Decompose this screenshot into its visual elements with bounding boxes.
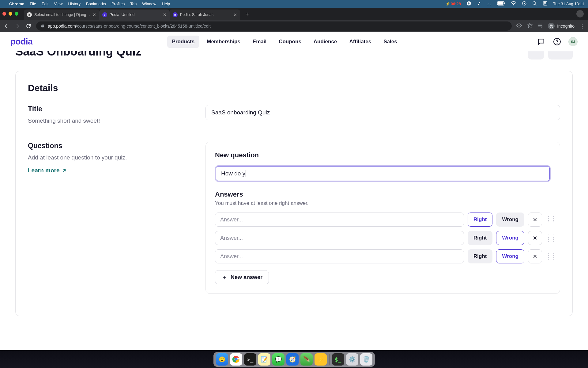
mac-menu-history[interactable]: History xyxy=(68,2,80,6)
address-bar[interactable]: app.podia.com/courses/saas-onboarding-co… xyxy=(36,21,512,31)
wrong-toggle[interactable]: Wrong xyxy=(496,213,524,227)
spotlight-icon[interactable] xyxy=(532,1,537,7)
nav-email[interactable]: Email xyxy=(248,36,271,48)
nav-affiliates[interactable]: Affiliates xyxy=(344,36,376,48)
dock-finder[interactable]: 🙂 xyxy=(216,353,228,366)
back-button[interactable] xyxy=(3,23,10,29)
mac-menu-help[interactable]: Help xyxy=(162,2,170,6)
messages-icon[interactable] xyxy=(537,37,546,46)
nav-sales[interactable]: Sales xyxy=(379,36,402,48)
window-close-button[interactable] xyxy=(2,12,6,16)
dock-robinhood[interactable]: 🪶 xyxy=(300,353,313,366)
browser-tab[interactable]: ◉ Select email to change | Djang… ✕ xyxy=(24,10,99,20)
svg-point-18 xyxy=(557,43,558,44)
right-toggle[interactable]: Right xyxy=(468,249,492,263)
chrome-menu-button[interactable]: ⋮ xyxy=(579,23,585,29)
bookmark-star-icon[interactable] xyxy=(527,23,533,29)
mac-dock: 🙂 >_ 📝 💬 🧭 🪶 ⚡ $_ ⚙️ 🗑️ xyxy=(213,352,375,367)
mac-menu-view[interactable]: View xyxy=(54,2,62,6)
tab-close-icon[interactable]: ✕ xyxy=(92,12,96,17)
mac-menu-tab[interactable]: Tab xyxy=(130,2,137,6)
incognito-indicator[interactable]: Incognito xyxy=(548,23,575,29)
delete-answer-button[interactable] xyxy=(528,249,542,263)
menu-extra-hammer-icon[interactable] xyxy=(477,1,481,6)
menu-extra-bolt-icon[interactable] xyxy=(466,1,471,7)
dock-settings[interactable]: ⚙️ xyxy=(346,353,358,366)
tab-close-icon[interactable]: ✕ xyxy=(163,12,167,17)
page-action-secondary[interactable] xyxy=(528,51,544,59)
new-answer-button[interactable]: ＋ New answer xyxy=(215,270,269,284)
nav-memberships[interactable]: Memberships xyxy=(202,36,245,48)
mac-active-app[interactable]: Chrome xyxy=(9,2,24,6)
reading-list-icon[interactable] xyxy=(537,23,543,29)
notification-center-icon[interactable] xyxy=(543,1,548,7)
right-toggle[interactable]: Right xyxy=(468,213,492,227)
globe-icon: ◉ xyxy=(27,12,32,17)
wifi-icon[interactable] xyxy=(511,1,516,6)
drag-handle-icon[interactable]: ⋮⋮⋮⋮ xyxy=(546,236,551,240)
window-zoom-button[interactable] xyxy=(15,12,18,16)
battery-charging-indicator[interactable]: ⚡06:28 xyxy=(445,2,461,6)
answer-row: Right Wrong ⋮⋮⋮⋮ xyxy=(215,249,551,263)
tab-search-button[interactable] xyxy=(576,10,584,17)
new-tab-button[interactable]: ＋ xyxy=(240,10,254,20)
window-controls xyxy=(2,12,18,20)
close-icon xyxy=(533,236,537,240)
question-input-focus-ring: How do y xyxy=(215,165,551,182)
dock-activity[interactable]: ⚡ xyxy=(315,353,327,366)
app-header: podia Products Memberships Email Coupons… xyxy=(0,32,588,51)
window-minimize-button[interactable] xyxy=(9,12,12,16)
reload-button[interactable] xyxy=(25,23,32,29)
control-center-icon[interactable] xyxy=(522,1,527,7)
mac-menu-file[interactable]: File xyxy=(30,2,36,6)
forward-button[interactable] xyxy=(14,23,21,29)
menu-extra-dots-icon[interactable]: .:. xyxy=(487,2,492,6)
mac-menu-window[interactable]: Window xyxy=(142,2,156,6)
text-caret xyxy=(246,170,246,177)
dock-notes[interactable]: 📝 xyxy=(258,353,270,366)
nav-audience[interactable]: Audience xyxy=(309,36,342,48)
questions-label: Questions xyxy=(28,142,187,150)
lock-icon[interactable] xyxy=(40,24,45,29)
nav-products[interactable]: Products xyxy=(167,36,200,48)
tab-close-icon[interactable]: ✕ xyxy=(233,12,237,17)
dock-iterm[interactable]: $_ xyxy=(332,353,344,366)
browser-toolbar: app.podia.com/courses/saas-onboarding-co… xyxy=(0,20,588,32)
answer-input[interactable] xyxy=(215,249,464,263)
help-icon[interactable] xyxy=(552,37,562,46)
page-title: SaaS Onboarding Quiz xyxy=(15,51,141,58)
wrong-toggle[interactable]: Wrong xyxy=(496,249,524,263)
user-avatar[interactable]: SJ xyxy=(568,37,578,46)
answer-input[interactable] xyxy=(215,231,464,245)
right-toggle[interactable]: Right xyxy=(468,231,492,245)
browser-tab-active[interactable]: p Podia: Untitled ✕ xyxy=(99,10,170,20)
delete-answer-button[interactable] xyxy=(528,213,542,227)
answer-input[interactable] xyxy=(215,213,464,227)
battery-icon[interactable] xyxy=(497,1,505,6)
drag-handle-icon[interactable]: ⋮⋮⋮⋮ xyxy=(546,217,551,222)
nav-coupons[interactable]: Coupons xyxy=(274,36,306,48)
mac-clock[interactable]: Tue 31 Aug 13:11 xyxy=(553,2,584,6)
dock-safari[interactable]: 🧭 xyxy=(286,353,299,366)
dock-messages[interactable]: 💬 xyxy=(272,353,285,366)
podia-logo[interactable]: podia xyxy=(10,37,32,47)
delete-answer-button[interactable] xyxy=(528,231,542,245)
question-input[interactable]: How do y xyxy=(216,166,550,181)
answers-hint: You must have at least one right answer. xyxy=(215,200,551,206)
dock-trash[interactable]: 🗑️ xyxy=(360,353,372,366)
mac-menu-edit[interactable]: Edit xyxy=(42,2,48,6)
browser-tab[interactable]: p Podia: Sarah Jonas ✕ xyxy=(170,10,240,20)
hide-extension-icon[interactable] xyxy=(516,23,522,29)
questions-hint: Add at least one question to your quiz. xyxy=(28,153,187,162)
drag-handle-icon[interactable]: ⋮⋮⋮⋮ xyxy=(546,254,551,259)
dock-terminal[interactable]: >_ xyxy=(244,353,256,366)
dock-chrome[interactable] xyxy=(230,353,242,366)
mac-menu-profiles[interactable]: Profiles xyxy=(111,2,125,6)
wrong-toggle[interactable]: Wrong xyxy=(496,231,524,245)
close-icon xyxy=(533,217,537,222)
learn-more-link[interactable]: Learn more xyxy=(28,167,67,174)
title-input[interactable] xyxy=(205,105,560,120)
done-button[interactable] xyxy=(548,51,573,59)
new-question-heading: New question xyxy=(215,151,551,159)
mac-menu-bookmarks[interactable]: Bookmarks xyxy=(86,2,106,6)
